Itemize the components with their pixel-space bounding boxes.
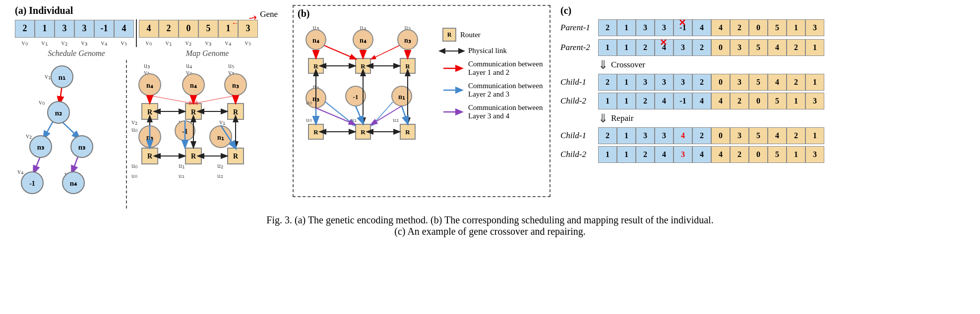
svg-text:u₁: u₁ <box>179 162 185 169</box>
svg-text:u₅: u₅ <box>228 62 235 69</box>
v-label-0: v₀ <box>15 39 35 47</box>
child1-repair-row: Child-1 2 1 3 3 4 2 0 3 5 4 2 1 <box>560 127 965 144</box>
svg-text:n₄: n₄ <box>146 82 153 89</box>
p1c2: 3 <box>636 19 655 36</box>
p1c5: 4 <box>692 19 711 36</box>
panel-b: (b) <box>293 5 551 197</box>
child1-repair-label: Child-1 <box>560 131 595 141</box>
mv-label-2: v₂ <box>179 39 198 47</box>
caption: Fig. 3. (a) The genetic encoding method.… <box>10 214 970 237</box>
svg-text:v₂: v₂ <box>26 132 32 140</box>
mv-label-1: v₁ <box>159 39 179 47</box>
legend-physical-desc: Physical link <box>468 47 507 55</box>
legend-comm12-item: Communication between Layer 1 and 2 <box>442 60 545 77</box>
p1c1: 1 <box>617 19 636 36</box>
child2-repair-label: Child-2 <box>560 150 595 159</box>
p2c11: 1 <box>805 39 824 56</box>
schedule-graph-svg: v₁ v₀ v₂ v₃ v₄ v₅ <box>15 60 124 209</box>
svg-text:n₁: n₁ <box>398 93 405 101</box>
chrom-cell-m3: 5 <box>198 20 218 38</box>
genome-names: Schedule Genome Map Genome <box>15 49 283 58</box>
svg-line-77 <box>193 96 236 104</box>
svg-line-123 <box>356 106 363 123</box>
panel-b-label: (b) <box>298 8 309 19</box>
svg-text:u₀: u₀ <box>306 99 312 106</box>
svg-text:u₀: u₀ <box>131 126 138 133</box>
svg-text:u₀: u₀ <box>131 172 137 179</box>
svg-text:n₄: n₄ <box>70 179 77 187</box>
legend-comm23-desc: Communication between Layer 2 and 3 <box>468 82 545 99</box>
repair-down-arrow-icon: ⇓ <box>598 111 608 125</box>
svg-text:n₃: n₃ <box>37 143 44 151</box>
svg-text:R: R <box>313 128 318 136</box>
svg-line-124 <box>402 106 408 123</box>
panel-a-graphs: v₁ v₀ v₂ v₃ v₄ v₅ <box>15 60 283 209</box>
svg-text:u₀: u₀ <box>131 162 138 169</box>
svg-text:v₁: v₁ <box>219 118 226 126</box>
p1c6: 4 <box>711 19 730 36</box>
child1-crossover-label: Child-1 <box>560 77 595 87</box>
legend-physical-item: Physical link <box>442 47 545 55</box>
child2-repair-cells: 1 1 2 4 3 4 4 2 0 5 1 3 <box>598 146 824 163</box>
svg-line-76 <box>150 96 193 104</box>
svg-text:u₀: u₀ <box>306 116 312 123</box>
svg-text:R: R <box>361 62 366 70</box>
chrom-cell-m1: 2 <box>159 20 179 38</box>
mv-label-0: v₀ <box>139 39 159 47</box>
svg-text:R: R <box>233 108 239 116</box>
schedule-labels: v₀ v₁ v₂ v₃ v₄ v₅ <box>15 39 134 47</box>
p2c8: 5 <box>749 39 768 56</box>
chrom-cell-m0: 4 <box>139 20 159 38</box>
svg-text:R: R <box>313 62 318 70</box>
panel-c: (c) Parent-1 2 1 3 3 -1 4 4 2 0 5 1 3 <box>555 5 970 165</box>
physical-link-icon <box>442 47 464 55</box>
svg-text:v₁: v₁ <box>45 73 51 80</box>
crossover-label: Crossover <box>611 60 645 70</box>
svg-text:u₂: u₂ <box>217 162 224 169</box>
caption-line1: Fig. 3. (a) The genetic encoding method.… <box>10 214 970 226</box>
repair-arrow: ⇓ Repair <box>598 111 965 125</box>
p2c10: 2 <box>787 39 805 56</box>
gene-label: Gene <box>260 9 278 19</box>
svg-text:u₁: u₁ <box>179 172 184 179</box>
network-svg: u₃ n₄ u₄ n₄ u₅ n₃ R R <box>299 23 437 191</box>
v-label-3: v₃ <box>74 39 94 47</box>
svg-line-8 <box>61 120 79 138</box>
crossover-down-arrow-icon: ⇓ <box>598 58 608 72</box>
p2c7: 3 <box>730 39 749 56</box>
svg-text:n₃: n₃ <box>232 82 239 89</box>
p1c8: 0 <box>749 19 768 36</box>
svg-text:n₂: n₂ <box>55 109 62 117</box>
p1c11: 3 <box>805 19 824 36</box>
child2-crossover-row: Child-2 1 1 2 4 -1 4 4 2 0 5 1 3 <box>560 93 965 109</box>
chrom-cell-s0: 2 <box>15 20 35 38</box>
map-genome-label: Map Genome <box>143 49 272 58</box>
svg-line-10 <box>72 156 78 173</box>
panel-a: (a) Individual Gene ↙ 2 1 3 3 -1 4 <box>10 5 288 209</box>
svg-text:R: R <box>233 153 239 160</box>
mv-label-4: v₄ <box>218 39 238 47</box>
svg-line-120 <box>324 46 356 59</box>
v-label-1: v₁ <box>35 39 55 47</box>
map-graph-svg: u₃ v₅ u₄ v₀ u₅ v₃ v₂ u₀ v₄ v₁ u₀ u₁ <box>129 60 263 209</box>
svg-text:R: R <box>405 62 410 70</box>
parent1-cells: 2 1 3 3 -1 4 4 2 0 5 1 3 <box>598 19 824 36</box>
child1-crossover-cells: 2 1 3 3 3 2 0 3 5 4 2 1 <box>598 74 824 91</box>
child2-crossover-cells: 1 1 2 4 -1 4 4 2 0 5 1 3 <box>598 93 824 109</box>
svg-text:v₀: v₀ <box>39 99 45 106</box>
main-container: (a) Individual Gene ↙ 2 1 3 3 -1 4 <box>0 0 980 242</box>
p2c2: 2 <box>636 39 655 56</box>
legend-comm34-desc: Communication between Layer 3 and 4 <box>468 104 545 120</box>
panel-b-inner: u₃ n₄ u₄ n₄ u₅ n₃ R R <box>299 23 545 191</box>
svg-text:v₄: v₄ <box>17 168 24 175</box>
legend: R Router <box>437 23 545 191</box>
svg-text:-1: -1 <box>29 180 35 187</box>
svg-text:n₄: n₄ <box>312 37 319 44</box>
svg-text:u₂: u₂ <box>393 116 399 123</box>
svg-text:R: R <box>191 108 196 116</box>
p1c7: 2 <box>730 19 749 36</box>
p2c1: 1 <box>617 39 636 56</box>
parent1-cross-mark: ✕ <box>678 17 686 28</box>
legend-router-desc: Router <box>460 31 481 39</box>
v-label-4: v₄ <box>94 39 114 47</box>
